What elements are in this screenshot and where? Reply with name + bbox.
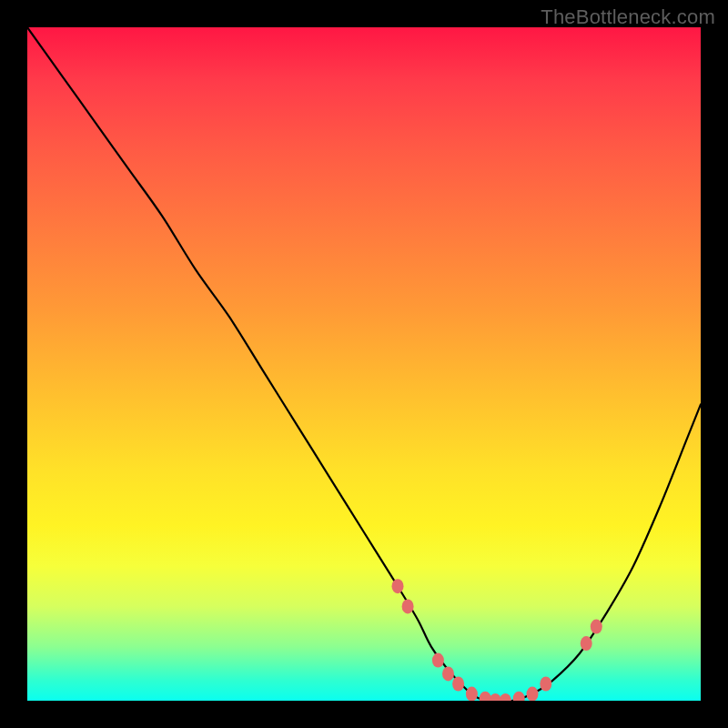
curve-markers xyxy=(392,579,602,701)
curve-marker xyxy=(513,692,525,701)
curve-marker xyxy=(466,687,478,701)
curve-marker xyxy=(591,620,602,634)
curve-marker xyxy=(442,666,454,681)
curve-marker xyxy=(581,636,592,651)
curve-marker xyxy=(500,693,511,701)
curve-marker xyxy=(402,599,414,613)
curve-marker xyxy=(392,579,404,593)
plot-area xyxy=(27,27,701,701)
bottleneck-curve xyxy=(27,27,701,701)
curve-marker xyxy=(480,692,491,701)
curve-layer xyxy=(27,27,701,701)
curve-marker xyxy=(452,677,464,692)
curve-marker xyxy=(432,653,444,668)
chart-frame: TheBottleneck.com xyxy=(0,0,728,728)
curve-marker xyxy=(540,677,551,692)
watermark-text: TheBottleneck.com xyxy=(541,5,715,29)
curve-marker xyxy=(490,693,501,701)
curve-marker xyxy=(527,687,539,701)
